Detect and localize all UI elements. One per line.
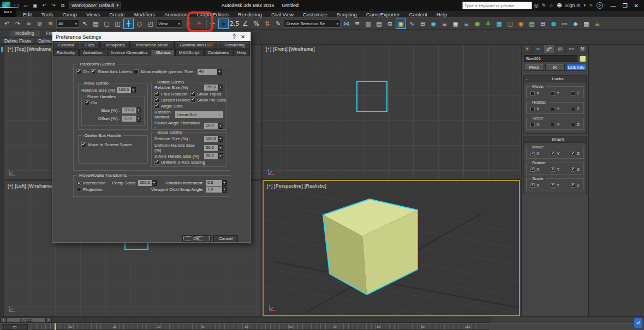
lock-axis-checkbox[interactable]: Z	[571, 106, 580, 111]
motion-tab-icon[interactable]: ◎	[555, 45, 566, 53]
lock-axis-checkbox[interactable]: Z	[571, 122, 580, 127]
dialog-tab[interactable]: Animation	[79, 49, 106, 56]
misc-toolbar-icon[interactable]: ◆	[570, 19, 581, 29]
misc-toolbar-icon[interactable]: ▭	[559, 19, 570, 29]
spinner[interactable]	[136, 107, 141, 113]
dialog-tab[interactable]: Rendering	[219, 41, 250, 49]
lock-axis-checkbox[interactable]: X	[530, 91, 539, 95]
hierarchy-tab-icon[interactable]: ☍	[544, 45, 555, 53]
use-pivot-point-center-icon[interactable]: ⚑	[183, 19, 193, 29]
orbit-snap-angle-field[interactable]: 1,0	[206, 187, 227, 193]
ok-button[interactable]: OK	[182, 235, 211, 242]
menu-item[interactable]: Customize	[299, 11, 332, 17]
spinner[interactable]	[131, 87, 136, 93]
schematic-view-icon[interactable]: ⊞	[418, 19, 428, 29]
close-button[interactable]: ✕	[634, 3, 639, 9]
move-in-screen-space-checkbox[interactable]: Move in Screen Space	[81, 142, 132, 147]
misc-toolbar-icon[interactable]: ●	[548, 19, 559, 29]
render-production-icon[interactable]: ☕	[461, 19, 472, 29]
misc-toolbar-icon[interactable]: ◉	[516, 19, 526, 29]
menu-item[interactable]: Animation	[160, 11, 192, 17]
misc-toolbar-icon[interactable]: ▤	[527, 19, 537, 29]
star-icon[interactable]: ☆	[549, 3, 553, 8]
plane-handles-on-checkbox[interactable]: On	[85, 100, 97, 105]
dialog-tab[interactable]: Interaction Mode	[130, 41, 174, 49]
save-file-icon[interactable]: ▣	[31, 2, 39, 9]
rectangular-selection-icon[interactable]: ▢	[102, 19, 112, 29]
viewport-front-label[interactable]: [+] [Front] [Wireframe]	[266, 46, 315, 52]
sign-in-button[interactable]: Sign In	[565, 3, 581, 8]
selection-filter-dropdown[interactable]: All ▾	[56, 20, 79, 28]
menu-item[interactable]: Rendering	[234, 11, 266, 17]
gizmo-size-field[interactable]: 40	[198, 69, 222, 75]
time-slider-handle[interactable]: 0 / 100	[7, 317, 46, 323]
scale-relative-size-field[interactable]: 100,0	[204, 136, 223, 142]
undo-icon[interactable]: ↶	[40, 2, 48, 9]
spinner[interactable]	[152, 180, 157, 186]
allow-multiple-gizmos-checkbox[interactable]: Allow multiple gizmos	[134, 69, 182, 74]
hierarchy-mode-button[interactable]: Link Info	[566, 64, 586, 71]
viewport-front[interactable]	[263, 45, 520, 179]
inherit-axis-checkbox[interactable]: Y	[551, 167, 559, 172]
menu-item[interactable]: Civil View	[267, 11, 298, 17]
dialog-tab[interactable]: General	[53, 41, 79, 49]
menu-item[interactable]: Edit	[19, 11, 36, 17]
material-editor-icon[interactable]: ◉	[428, 19, 439, 29]
snap-25d-icon[interactable]: 2.5	[229, 19, 240, 29]
spinner[interactable]	[218, 136, 223, 142]
spinner[interactable]	[218, 85, 223, 91]
misc-toolbar-icon[interactable]: ☕	[592, 19, 603, 29]
mirror-icon[interactable]: ⋈	[341, 19, 351, 29]
locks-rollout-header[interactable]: - Locks	[524, 76, 586, 82]
dialog-tab[interactable]: Radiosity	[53, 49, 79, 56]
align-icon[interactable]: ≡	[352, 19, 362, 29]
spinner-snap-icon[interactable]: ⇅	[262, 19, 272, 29]
move-relative-size-field[interactable]: 100,0	[117, 87, 136, 93]
menu-item[interactable]: Views	[82, 11, 104, 17]
maximize-button[interactable]: ❐	[623, 3, 628, 9]
curve-editor-icon[interactable]: ∿	[407, 19, 417, 29]
spinner[interactable]	[222, 180, 227, 186]
dialog-tab[interactable]: Help	[233, 49, 250, 56]
bind-to-spacewarp-icon[interactable]: ≋	[45, 19, 56, 29]
inherit-axis-checkbox[interactable]: Z	[571, 151, 580, 156]
search-icon[interactable]: ◎	[534, 3, 539, 8]
undo-icon[interactable]: ↶	[2, 19, 12, 29]
dialog-tab[interactable]: Inverse Kinematics	[107, 49, 152, 56]
misc-toolbar-icon[interactable]: ▦	[581, 19, 592, 29]
show-axis-labels-checkbox[interactable]: Show Axis Labels	[91, 69, 132, 74]
hierarchy-mode-button[interactable]: IK	[545, 64, 565, 71]
window-crossing-icon[interactable]: ◫	[112, 19, 123, 29]
track-bar[interactable]: ▭ 102030405060708090100	[0, 323, 644, 330]
open-file-icon[interactable]: ▱	[22, 2, 29, 9]
lock-axis-checkbox[interactable]: Y	[551, 106, 559, 111]
select-and-rotate-icon[interactable]: ○	[134, 19, 145, 29]
project-folder-icon[interactable]: ⧉	[59, 2, 67, 9]
exchange-apps-icon[interactable]: ✕	[589, 3, 593, 8]
time-slider-track[interactable]: ‹ 0 / 100 ›	[0, 317, 491, 323]
menu-item[interactable]: Group	[58, 11, 81, 17]
menu-item[interactable]: Create	[105, 11, 129, 17]
select-and-manipulate-icon[interactable]: ✛	[207, 19, 218, 29]
redo-icon[interactable]: ↷	[13, 19, 23, 29]
object-color-swatch[interactable]	[579, 55, 586, 62]
dialog-tab[interactable]: Files	[80, 41, 100, 49]
dialog-tab[interactable]: Gizmos	[152, 49, 174, 56]
menu-item[interactable]: Content	[405, 11, 432, 17]
chevron-down-icon[interactable]: ▾	[584, 3, 586, 8]
lock-axis-checkbox[interactable]: Z	[571, 91, 580, 95]
misc-toolbar-icon[interactable]: ⊞	[538, 19, 548, 29]
unlink-selection-icon[interactable]: ⊘	[34, 19, 45, 29]
remote-overlay-icon[interactable]: ⇄	[634, 318, 642, 328]
layer-manager-icon[interactable]: ▤	[374, 19, 384, 29]
modify-tab-icon[interactable]: ≈	[533, 45, 544, 53]
persp-sens-field[interactable]: 200,0	[138, 180, 157, 186]
lock-axis-checkbox[interactable]: X	[530, 106, 539, 111]
toggle-scene-explorer-icon[interactable]: ▣	[396, 19, 406, 29]
cancel-button[interactable]: Cancel	[213, 235, 238, 242]
snaps-toggle-icon[interactable]: ◆	[218, 19, 229, 29]
lock-axis-checkbox[interactable]: Y	[551, 91, 559, 95]
misc-toolbar-icon[interactable]: ◫	[505, 19, 515, 29]
rotation-increment-field[interactable]: 0,5	[206, 180, 227, 186]
inherit-axis-checkbox[interactable]: X	[530, 183, 539, 188]
